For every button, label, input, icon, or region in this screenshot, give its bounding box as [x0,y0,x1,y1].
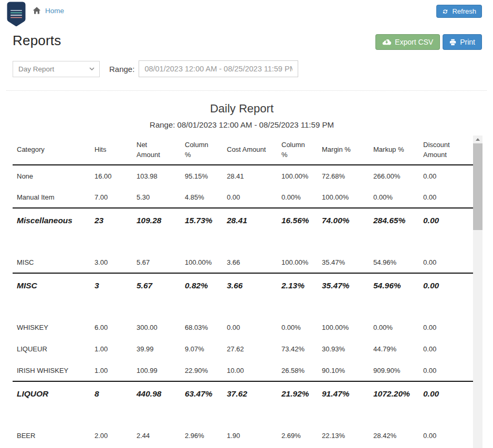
table-cell: 68.03% [185,317,227,338]
table-cell: 1.00 [95,360,137,381]
print-button[interactable]: Print [443,34,482,50]
app-logo[interactable] [7,2,26,27]
table-cell: 0.00% [281,186,322,208]
table-cell: 300.00 [137,317,185,338]
table-cell: 0.00% [281,317,322,338]
table-cell: 54.96% [373,252,423,273]
table-cell: 6.00 [95,317,137,338]
spacer-cell [13,297,473,317]
table-cell: 23 [95,208,137,232]
table-cell: 2.96% [185,425,227,446]
section-divider [6,90,487,91]
table-cell: 10.00 [227,360,281,381]
table-cell: 909.90% [373,360,423,381]
refresh-button[interactable]: Refresh [436,5,482,18]
table-cell: 109.28 [137,208,185,232]
table-cell: 0.00 [423,360,473,381]
summary-row: Miscellaneous23109.2815.73%28.4116.56%74… [13,208,473,232]
breadcrumb: Home [33,6,64,15]
table-cell: 28.41 [227,208,281,232]
table-cell: 72.68% [322,165,373,186]
report-table: CategoryHitsNet AmountColumn %Cost Amoun… [13,136,473,446]
table-cell: 0.00 [423,252,473,273]
range-input[interactable] [139,60,298,77]
table-cell: 63.47% [185,381,227,405]
table-cell: LIQUOR [13,381,95,405]
table-cell: 5.67 [137,273,185,297]
report-type-select[interactable]: Day Report [13,61,100,77]
column-header: Discount Amount [423,136,473,165]
table-cell: 44.79% [373,338,423,360]
table-cell: 74.00% [322,208,373,232]
report-table-body: None16.00103.9895.15%28.41100.00%72.68%2… [13,165,473,446]
summary-row: LIQUOR8440.9863.47%37.6221.92%91.47%1072… [13,381,473,405]
export-csv-button[interactable]: Export CSV [375,34,440,50]
table-cell: 91.47% [322,381,373,405]
breadcrumb-home-link[interactable]: Home [45,7,64,15]
table-row: WHISKEY6.00300.0068.03%0.000.00%100.00%0… [13,317,473,338]
table-cell: 3.00 [95,252,137,273]
refresh-icon [442,8,448,15]
table-cell: Manual Item [13,186,95,208]
table-cell: 27.62 [227,338,281,360]
table-cell: 39.99 [137,338,185,360]
table-cell: 0.00 [423,381,473,405]
column-header: Hits [95,136,137,165]
table-cell: 3 [95,273,137,297]
reports-page: Home Refresh Reports Export CSV Print Da… [0,0,493,448]
table-cell: 0.00 [423,425,473,446]
table-cell: 15.73% [185,208,227,232]
spacer-row [13,297,473,317]
table-cell: LIQUEUR [13,338,95,360]
table-cell: 9.07% [185,338,227,360]
table-cell: 103.98 [137,165,185,186]
table-row: None16.00103.9895.15%28.41100.00%72.68%2… [13,165,473,186]
logo-shield-icon [7,2,26,27]
print-label: Print [460,38,475,46]
table-cell: 100.99 [137,360,185,381]
table-row: LIQUEUR1.0039.999.07%27.6273.42%30.93%44… [13,338,473,360]
table-cell: 3.66 [227,273,281,297]
table-scrollbar[interactable] [473,136,482,448]
table-cell: 2.69% [281,425,322,446]
table-cell: MISC [13,252,95,273]
table-cell: 0.00 [423,165,473,186]
scrollbar-up-button[interactable] [473,136,482,143]
table-cell: 2.00 [95,425,137,446]
table-cell: 0.00 [227,317,281,338]
scrollbar-thumb[interactable] [473,143,482,230]
table-cell: 21.92% [281,381,322,405]
table-cell: 100.00% [185,252,227,273]
table-cell: 1072.20% [373,381,423,405]
page-title: Reports [13,33,61,49]
column-header: Column % [281,136,322,165]
table-cell: 266.00% [373,165,423,186]
table-cell: 0.00% [373,186,423,208]
table-row: IRISH WHISKEY1.00100.9922.90%10.0026.58%… [13,360,473,381]
table-cell: 22.90% [185,360,227,381]
filters-bar: Day Report Range: [13,60,298,77]
title-actions: Export CSV Print [375,34,482,50]
table-cell: 0.82% [185,273,227,297]
table-cell: 0.00 [423,317,473,338]
report-subtitle: Range: 08/01/2023 12:00 AM - 08/25/2023 … [0,120,484,129]
table-cell: 100.00% [281,165,322,186]
summary-row: MISC35.670.82%3.662.13%35.47%54.96%0.00 [13,273,473,297]
spacer-row [13,405,473,425]
column-header: Markup % [373,136,423,165]
table-cell: 0.00% [373,317,423,338]
table-cell: 100.00% [322,317,373,338]
table-cell: 35.47% [322,252,373,273]
table-cell: 0.00 [423,338,473,360]
table-cell: 284.65% [373,208,423,232]
table-cell: None [13,165,95,186]
triangle-up-icon [476,138,480,141]
table-cell: 5.30 [137,186,185,208]
table-cell: Miscellaneous [13,208,95,232]
table-cell: 54.96% [373,273,423,297]
refresh-label: Refresh [452,7,476,15]
table-cell: 26.58% [281,360,322,381]
range-label: Range: [109,65,134,74]
table-cell: 100.00% [281,252,322,273]
cloud-download-icon [382,39,391,45]
